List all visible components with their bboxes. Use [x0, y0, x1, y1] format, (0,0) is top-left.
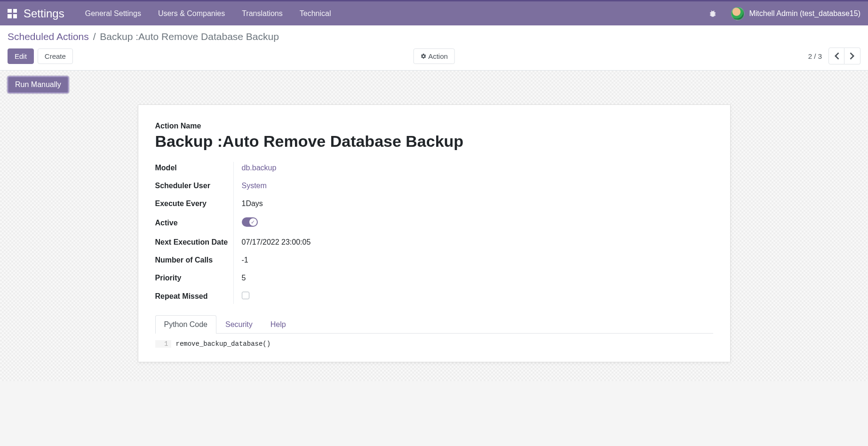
debug-icon[interactable] — [709, 9, 717, 18]
toggle-active[interactable] — [242, 217, 258, 227]
nav-item-technical[interactable]: Technical — [291, 3, 340, 24]
gear-icon — [420, 53, 426, 59]
tab-help[interactable]: Help — [262, 315, 295, 334]
breadcrumb-separator: / — [93, 31, 96, 42]
value-execute-every: 1Days — [237, 199, 485, 208]
main-navbar: Settings General Settings Users & Compan… — [0, 1, 868, 25]
status-bar: Run Manually Action Name Backup :Auto Re… — [0, 71, 868, 381]
app-title[interactable]: Settings — [24, 7, 64, 20]
nav-menu: General Settings Users & Companies Trans… — [77, 3, 340, 24]
notebook-tabs: Python Code Security Help — [155, 315, 713, 334]
breadcrumb: Scheduled Actions / Backup :Auto Remove … — [8, 30, 860, 43]
tab-python-code[interactable]: Python Code — [155, 315, 217, 334]
control-panel: Scheduled Actions / Backup :Auto Remove … — [0, 25, 868, 71]
value-next-execution-date: 07/17/2022 23:00:05 — [237, 238, 485, 247]
label-scheduler-user: Scheduler User — [155, 182, 237, 190]
value-number-of-calls: -1 — [237, 256, 485, 264]
pager-text[interactable]: 2 / 3 — [808, 52, 822, 60]
chevron-right-icon — [850, 52, 855, 60]
pager: 2 / 3 — [808, 48, 860, 64]
value-priority: 5 — [237, 274, 485, 282]
pager-prev-button[interactable] — [828, 48, 844, 64]
edit-button[interactable]: Edit — [8, 48, 34, 64]
form-sheet: Action Name Backup :Auto Remove Database… — [138, 104, 731, 362]
breadcrumb-current: Backup :Auto Remove Database Backup — [100, 31, 279, 42]
chevron-left-icon — [834, 52, 839, 60]
action-name-value: Backup :Auto Remove Database Backup — [155, 132, 713, 151]
nav-item-translations[interactable]: Translations — [233, 3, 291, 24]
action-dropdown-button[interactable]: Action — [413, 48, 455, 64]
label-priority: Priority — [155, 274, 237, 282]
breadcrumb-parent[interactable]: Scheduled Actions — [8, 31, 89, 42]
user-menu[interactable]: Mitchell Admin (test_database15) — [731, 7, 860, 20]
nav-item-users-companies[interactable]: Users & Companies — [150, 3, 233, 24]
apps-icon[interactable] — [8, 9, 17, 18]
code-line-number: 1 — [155, 340, 171, 348]
label-repeat-missed: Repeat Missed — [155, 292, 237, 301]
code-line-content: remove_backup_database() — [176, 340, 271, 348]
label-model: Model — [155, 164, 237, 172]
label-next-execution-date: Next Execution Date — [155, 238, 237, 247]
label-number-of-calls: Number of Calls — [155, 256, 237, 264]
create-button[interactable]: Create — [38, 48, 73, 64]
action-name-label: Action Name — [155, 122, 713, 130]
action-button-label: Action — [428, 52, 448, 60]
nav-item-general-settings[interactable]: General Settings — [77, 3, 150, 24]
avatar — [731, 7, 744, 20]
value-model[interactable]: db.backup — [242, 164, 277, 172]
tab-security[interactable]: Security — [216, 315, 262, 334]
label-active: Active — [155, 219, 237, 227]
run-manually-button[interactable]: Run Manually — [8, 76, 69, 93]
label-execute-every: Execute Every — [155, 199, 237, 208]
pager-next-button[interactable] — [844, 48, 860, 64]
user-name: Mitchell Admin (test_database15) — [749, 9, 860, 18]
python-code-editor[interactable]: 1 remove_backup_database() — [155, 340, 713, 348]
value-scheduler-user[interactable]: System — [242, 182, 267, 190]
checkbox-repeat-missed[interactable] — [242, 292, 249, 299]
